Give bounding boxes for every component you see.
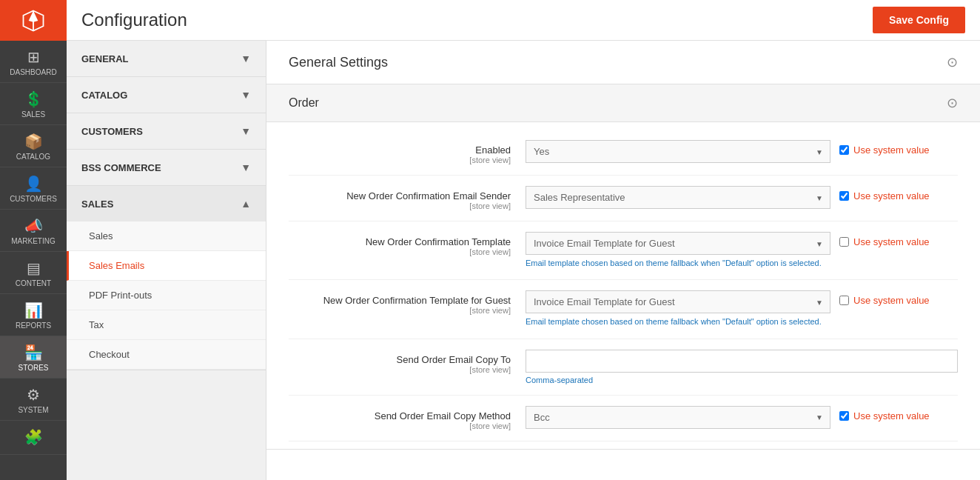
enabled-system-value: Use system value — [839, 140, 958, 156]
sidebar-section-header-general[interactable]: GENERAL ▼ — [67, 41, 266, 76]
nav-item-reports[interactable]: 📊 REPORTS — [0, 294, 67, 336]
sidebar-section-header-customers[interactable]: CUSTOMERS ▼ — [67, 113, 266, 149]
sidebar-section-label-bss: BSS COMMERCE — [81, 162, 161, 173]
marketing-icon: 📣 — [24, 217, 43, 235]
nav-item-sales[interactable]: 💲 SALES — [0, 83, 67, 125]
customers-icon: 👤 — [24, 175, 43, 193]
extensions-icon: 🧩 — [24, 428, 43, 446]
copy-method-select[interactable]: Bcc Separate Email — [526, 406, 830, 429]
sidebar-section-bss: BSS COMMERCE ▼ — [67, 150, 266, 186]
main-area: Configuration Save Config GENERAL ▼ CATA… — [67, 0, 980, 480]
sidebar-section-general: GENERAL ▼ — [67, 41, 266, 77]
field-email-sender-input-wrap: Sales Representative General Contact Cus… — [526, 186, 830, 209]
sidebar-item-checkout[interactable]: Checkout — [67, 340, 266, 370]
order-form: Enabled [store view] Yes No — [266, 122, 980, 449]
field-label: New Order Confirmation Email Sender — [346, 190, 511, 201]
nav-item-extensions[interactable]: 🧩 — [0, 421, 67, 455]
field-confirmation-template-guest-input-col: Default Invoice Email Template for Guest… — [526, 290, 958, 327]
field-label: Send Order Email Copy Method — [375, 410, 511, 421]
sidebar-section-label-catalog: CATALOG — [81, 90, 127, 101]
field-sublabel: [store view] — [289, 201, 511, 210]
chevron-down-icon: ▼ — [241, 53, 251, 64]
sidebar-section-header-catalog[interactable]: CATALOG ▼ — [67, 77, 266, 113]
enabled-select[interactable]: Yes No — [526, 140, 830, 163]
confirmation-template-guest-system-value: Use system value — [839, 290, 958, 306]
field-copy-method-input-col: Bcc Separate Email Use system value — [526, 406, 958, 429]
sidebar-item-label: Sales Emails — [89, 260, 144, 271]
field-confirmation-template-guest: New Order Confirmation Template for Gues… — [289, 280, 958, 339]
logo — [0, 0, 67, 41]
nav-item-content[interactable]: ▤ CONTENT — [0, 252, 67, 294]
sidebar-item-sales[interactable]: Sales — [67, 221, 266, 251]
field-sublabel: [store view] — [289, 421, 511, 430]
header: Configuration Save Config — [67, 0, 980, 41]
sidebar-item-tax[interactable]: Tax — [67, 310, 266, 340]
copy-method-select-wrapper: Bcc Separate Email — [526, 406, 830, 429]
field-confirmation-template: New Order Confirmation Template [store v… — [289, 221, 958, 280]
sales-icon: 💲 — [24, 90, 43, 108]
field-send-copy-to-input-col: Comma-separated — [526, 350, 958, 384]
field-enabled-label-col: Enabled [store view] — [289, 140, 526, 164]
system-icon: ⚙ — [27, 386, 40, 404]
subsection-collapse-button[interactable]: ⊙ — [947, 95, 958, 111]
reports-icon: 📊 — [24, 301, 43, 319]
field-confirmation-template-guest-label-col: New Order Confirmation Template for Gues… — [289, 290, 526, 315]
sidebar-item-label: Checkout — [89, 349, 130, 360]
sidebar-section-header-sales[interactable]: SALES ▲ — [67, 186, 266, 221]
nav-item-stores[interactable]: 🏪 STORES — [0, 336, 67, 379]
nav-item-marketing[interactable]: 📣 MARKETING — [0, 210, 67, 252]
field-label: New Order Confirmation Template — [366, 236, 511, 247]
email-sender-select[interactable]: Sales Representative General Contact Cus… — [526, 186, 830, 209]
field-confirmation-template-input-col: Default Invoice Email Template for Guest… — [526, 232, 958, 269]
confirmation-template-select[interactable]: Default Invoice Email Template for Guest — [526, 232, 830, 255]
confirmation-template-guest-hint: Email template chosen based on theme fal… — [526, 316, 830, 327]
sidebar-section-label-general: GENERAL — [81, 53, 129, 64]
chevron-down-icon: ▼ — [241, 125, 251, 137]
field-sublabel: [store view] — [289, 156, 511, 164]
sidebar-item-pdf-printouts[interactable]: PDF Print-outs — [67, 281, 266, 310]
field-label: New Order Confirmation Template for Gues… — [323, 295, 511, 306]
confirmation-template-guest-select[interactable]: Default Invoice Email Template for Guest — [526, 290, 830, 313]
email-sender-system-checkbox[interactable] — [839, 191, 849, 201]
sidebar-items-sales: Sales Sales Emails PDF Print-outs Tax Ch… — [67, 221, 266, 370]
field-label: Send Order Email Copy To — [397, 354, 511, 365]
field-email-sender-input-col: Sales Representative General Contact Cus… — [526, 186, 958, 209]
chevron-up-icon: ▲ — [241, 198, 251, 210]
copy-method-system-checkbox[interactable] — [839, 411, 849, 421]
sidebar-item-sales-emails[interactable]: Sales Emails — [67, 251, 266, 281]
chevron-down-icon: ▼ — [241, 89, 251, 101]
field-sublabel: [store view] — [289, 247, 511, 256]
field-send-copy-to-input-wrap: Comma-separated — [526, 350, 958, 384]
nav-label-sales: SALES — [21, 110, 45, 119]
nav-item-catalog[interactable]: 📦 CATALOG — [0, 125, 67, 167]
enabled-system-checkbox[interactable] — [839, 145, 849, 155]
nav-item-system[interactable]: ⚙ SYSTEM — [0, 379, 67, 421]
sidebar-item-label: PDF Print-outs — [89, 290, 152, 301]
catalog-icon: 📦 — [24, 133, 43, 150]
confirmation-template-guest-system-checkbox[interactable] — [839, 296, 849, 305]
main-content: General Settings ⊙ Order ⊙ Enabled [stor… — [266, 41, 980, 480]
stores-icon: 🏪 — [24, 344, 43, 361]
send-copy-to-input[interactable] — [526, 350, 958, 373]
confirmation-template-system-checkbox[interactable] — [839, 237, 849, 247]
nav-label-catalog: CATALOG — [16, 153, 50, 161]
sidebar-section-header-bss[interactable]: BSS COMMERCE ▼ — [67, 150, 266, 185]
field-copy-method: Send Order Email Copy Method [store view… — [289, 396, 958, 441]
left-navigation: ⊞ DASHBOARD 💲 SALES 📦 CATALOG 👤 CUSTOMER… — [0, 0, 67, 480]
confirmation-template-select-wrapper: Default Invoice Email Template for Guest — [526, 232, 830, 255]
nav-item-dashboard[interactable]: ⊞ DASHBOARD — [0, 41, 67, 83]
sidebar: GENERAL ▼ CATALOG ▼ CUSTOMERS ▼ — [67, 41, 266, 480]
nav-label-reports: REPORTS — [16, 321, 51, 330]
content-icon: ▤ — [27, 259, 41, 277]
field-email-sender-label-col: New Order Confirmation Email Sender [sto… — [289, 186, 526, 210]
section-collapse-button[interactable]: ⊙ — [947, 54, 958, 70]
nav-item-customers[interactable]: 👤 CUSTOMERS — [0, 167, 67, 210]
sidebar-section-customers: CUSTOMERS ▼ — [67, 113, 266, 150]
confirmation-template-guest-select-wrapper: Default Invoice Email Template for Guest — [526, 290, 830, 313]
sidebar-item-label: Sales — [89, 230, 113, 241]
field-enabled: Enabled [store view] Yes No — [289, 130, 958, 176]
field-send-copy-to: Send Order Email Copy To [store view] Co… — [289, 339, 958, 396]
general-settings-header: General Settings ⊙ — [266, 41, 980, 84]
nav-label-system: SYSTEM — [18, 406, 48, 414]
save-config-button[interactable]: Save Config — [873, 7, 965, 33]
